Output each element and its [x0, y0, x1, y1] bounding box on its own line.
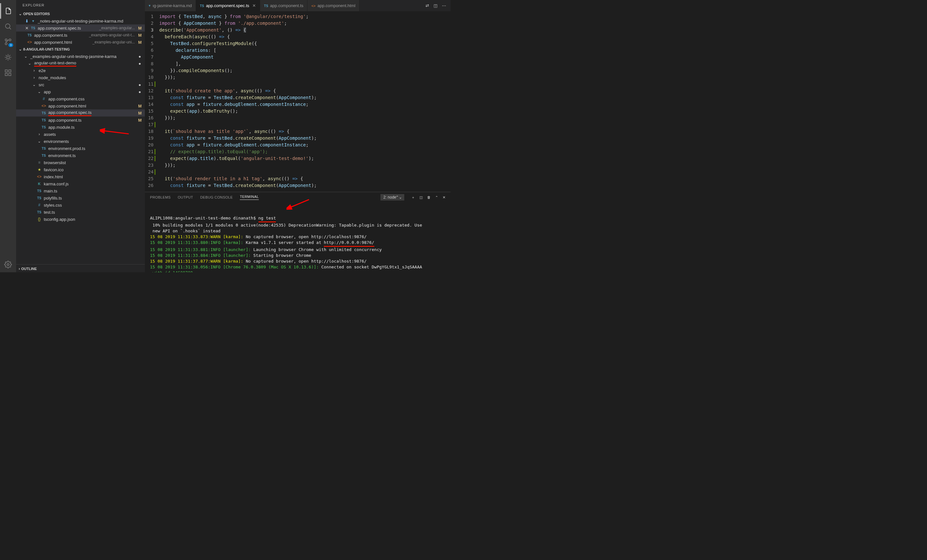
code-line[interactable]: // expect(app.title).toEqual('app');: [160, 148, 317, 155]
code-line[interactable]: [160, 168, 317, 175]
open-editor-item[interactable]: ✕TSapp.component.spec.ts_examples-angula…: [16, 24, 145, 32]
main-area: ▾ıg-jasmine-karma.mdTSapp.component.spec…: [145, 0, 451, 272]
code-line[interactable]: it(`should have as title 'app'`, async((…: [160, 128, 317, 135]
code-line[interactable]: }));: [160, 162, 317, 168]
code-line[interactable]: declarations: [: [160, 47, 317, 54]
code-line[interactable]: describe('AppComponent', () => {: [160, 27, 317, 33]
code-line[interactable]: const fixture = TestBed.createComponent(…: [160, 94, 317, 101]
close-icon[interactable]: ✕: [23, 26, 30, 30]
line-number: 20: [148, 142, 153, 148]
code-line[interactable]: beforeEach(async(() => {: [160, 33, 317, 40]
explorer-icon[interactable]: [0, 3, 16, 19]
close-panel-icon[interactable]: ✕: [442, 195, 445, 200]
file-item[interactable]: TSpolyfills.ts: [16, 194, 145, 202]
settings-gear-icon[interactable]: [0, 257, 16, 272]
open-editor-item[interactable]: <>app.component.html_examples-angular-un…: [16, 39, 145, 46]
file-item[interactable]: TSenvironment.ts: [16, 152, 145, 159]
debug-icon[interactable]: [0, 50, 16, 65]
outline-header[interactable]: › OUTLINE: [16, 264, 145, 272]
folder-item[interactable]: ›node_modules: [16, 74, 145, 81]
code-line[interactable]: import { AppComponent } from './app.comp…: [160, 20, 317, 27]
file-icon: ▾: [30, 19, 36, 23]
compare-icon[interactable]: ⇄: [426, 3, 429, 8]
folder-item[interactable]: ⌄src●: [16, 81, 145, 88]
code-line[interactable]: const fixture = TestBed.createComponent(…: [160, 135, 317, 142]
panel-tab-problems[interactable]: PROBLEMS: [150, 195, 170, 199]
file-item[interactable]: TSapp.component.tsM: [16, 117, 145, 124]
modified-dot-icon: ●: [135, 54, 145, 59]
editor-tab[interactable]: ▾ıg-jasmine-karma.md: [145, 0, 196, 11]
code-line[interactable]: AppComponent: [160, 54, 317, 61]
editor-tab[interactable]: <>app.component.html: [307, 0, 360, 11]
terminal-select[interactable]: 2: node ⌃⌄: [380, 194, 404, 200]
project-header[interactable]: ⌄ 8-ANGULAR-UNIT-TESTING: [16, 46, 145, 53]
open-editor-item[interactable]: ⬇▾_notes-angular-unit-testing-jasmine-ka…: [16, 17, 145, 24]
split-editor-icon[interactable]: ◫: [433, 3, 438, 8]
code-line[interactable]: const fixture = TestBed.createComponent(…: [160, 182, 317, 189]
file-icon: TS: [200, 4, 204, 8]
code-line[interactable]: [160, 121, 317, 128]
code-line[interactable]: it('should create the app', async(() => …: [160, 88, 317, 94]
folder-item[interactable]: ⌄app●: [16, 88, 145, 95]
code-line[interactable]: }));: [160, 115, 317, 121]
code-line[interactable]: import { TestBed, async } from '@angular…: [160, 13, 317, 20]
panel-tab-debug[interactable]: DEBUG CONSOLE: [200, 195, 233, 199]
code-line[interactable]: expect(app.title).toEqual('angular-unit-…: [160, 155, 317, 162]
folder-item[interactable]: ›assets: [16, 131, 145, 138]
line-number: 9: [148, 67, 153, 74]
code-line[interactable]: }).compileComponents();: [160, 67, 317, 74]
file-icon: #: [37, 203, 42, 207]
file-item[interactable]: ★favicon.ico: [16, 166, 145, 173]
chevron-right-icon: ›: [37, 132, 42, 137]
panel-tab-terminal[interactable]: TERMINAL: [240, 195, 259, 200]
split-terminal-icon[interactable]: ◫: [419, 195, 422, 200]
line-number: 23: [148, 162, 153, 168]
terminal-output[interactable]: ALIPL1008:angular-unit-test-demo dinanat…: [145, 202, 451, 272]
more-icon[interactable]: ⋯: [442, 3, 446, 8]
chevron-up-icon[interactable]: ⌃: [435, 195, 438, 200]
code-line[interactable]: it('should render title in a h1 tag', as…: [160, 175, 317, 182]
search-icon[interactable]: [0, 19, 16, 34]
file-item[interactable]: TSapp.module.ts: [16, 124, 145, 131]
file-item[interactable]: ≡browserslist: [16, 159, 145, 166]
code-line[interactable]: }));: [160, 74, 317, 81]
code-line[interactable]: TestBed.configureTestingModule({: [160, 40, 317, 47]
source-control-icon[interactable]: 3: [0, 34, 16, 50]
folder-item[interactable]: ›e2e: [16, 67, 145, 74]
editor-tab[interactable]: TSapp.component.ts: [260, 0, 307, 11]
panel-tab-output[interactable]: OUTPUT: [178, 195, 193, 199]
file-item[interactable]: TSmain.ts: [16, 187, 145, 194]
file-item[interactable]: Kkarma.conf.js: [16, 180, 145, 187]
folder-item[interactable]: ⌄environments: [16, 138, 145, 145]
close-icon[interactable]: ✕: [252, 3, 256, 8]
open-editor-item[interactable]: TSapp.component.ts_examples-angular-unit…: [16, 32, 145, 39]
code-line[interactable]: const app = fixture.debugElement.compone…: [160, 101, 317, 108]
file-item[interactable]: TSenvironment.prod.ts: [16, 145, 145, 152]
code-line[interactable]: expect(app).toBeTruthy();: [160, 108, 317, 115]
file-icon: TS: [264, 4, 268, 8]
editor-tab[interactable]: TSapp.component.spec.ts✕: [196, 0, 260, 11]
folder-examples[interactable]: ⌄ _examples-angular-unit-testing-jasmine…: [16, 53, 145, 60]
file-item[interactable]: {}tsconfig.app.json: [16, 216, 145, 223]
folder-angular-unit-test-demo[interactable]: ⌄ angular-unit-test-demo ●: [16, 60, 145, 67]
new-terminal-icon[interactable]: ＋: [411, 195, 415, 200]
extensions-icon[interactable]: [0, 65, 16, 80]
file-item[interactable]: TSapp.component.spec.tsM: [16, 109, 145, 117]
modified-dot-icon: ●: [135, 90, 145, 94]
code-line[interactable]: const app = fixture.debugElement.compone…: [160, 142, 317, 148]
open-editors-header[interactable]: ⌄ OPEN EDITORS: [16, 10, 145, 17]
file-item[interactable]: TStest.ts: [16, 209, 145, 216]
file-item[interactable]: <>app.component.htmlM: [16, 102, 145, 109]
code-line[interactable]: [160, 81, 317, 88]
editor-tabs: ▾ıg-jasmine-karma.mdTSapp.component.spec…: [145, 0, 451, 11]
trash-icon[interactable]: 🗑: [427, 195, 431, 199]
code-editor[interactable]: 1234567891011121314151617181920212223242…: [145, 11, 451, 192]
code-line[interactable]: ],: [160, 61, 317, 67]
pin-icon: ⬇: [23, 19, 30, 23]
file-item[interactable]: #app.component.css: [16, 95, 145, 102]
file-icon: TS: [30, 26, 36, 30]
file-icon: ≡: [37, 160, 42, 165]
file-item[interactable]: <>index.html: [16, 173, 145, 180]
file-item[interactable]: #styles.css: [16, 202, 145, 209]
terminal-line: 15 08 2019 11:31:33.881:INFO [launcher]:…: [150, 247, 445, 253]
